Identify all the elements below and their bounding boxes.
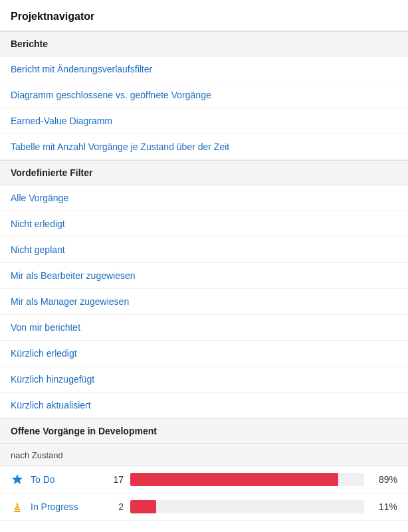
- nav-link-kuerzlich-aktualisiert[interactable]: Kürzlich aktualisiert: [0, 393, 408, 418]
- nav-link-mir-bearbeiter[interactable]: Mir als Bearbeiter zugewiesen: [0, 263, 408, 289]
- nav-link-von-mir-berichtet[interactable]: Von mir berichtet: [0, 315, 408, 341]
- nav-link-earned-value[interactable]: Earned-Value Diagramm: [0, 108, 408, 134]
- nav-link-nicht-geplant[interactable]: Nicht geplant: [0, 237, 408, 263]
- todo-bar: [130, 473, 338, 486]
- nav-link-kuerzlich-erledigt[interactable]: Kürzlich erledigt: [0, 341, 408, 367]
- inprogress-count: 2: [104, 501, 124, 512]
- todo-count: 17: [104, 474, 124, 485]
- nav-link-diagramm-geschlossen[interactable]: Diagramm geschlossene vs. geöffnete Vorg…: [0, 82, 408, 108]
- svg-rect-3: [16, 505, 19, 507]
- berichte-nav: Bericht mit Änderungsverlaufsfilter Diag…: [0, 56, 408, 160]
- inprogress-percent: 11%: [371, 501, 397, 512]
- section-filter-header: Vordefinierte Filter: [0, 160, 408, 185]
- chart-row-todo: To Do 17 89%: [0, 466, 408, 493]
- nav-link-alle-vorgaenge[interactable]: Alle Vorgänge: [0, 185, 408, 211]
- svg-rect-2: [14, 511, 21, 512]
- inprogress-bar: [130, 500, 156, 513]
- nav-link-bericht-aenderung[interactable]: Bericht mit Änderungsverlaufsfilter: [0, 56, 408, 82]
- section-berichte-header: Berichte: [0, 31, 408, 56]
- nav-link-mir-manager[interactable]: Mir als Manager zugewiesen: [0, 289, 408, 315]
- todo-percent: 89%: [371, 474, 397, 485]
- page-header: Projektnavigator: [0, 0, 408, 31]
- inprogress-bar-container: [130, 500, 364, 513]
- svg-marker-0: [12, 474, 23, 484]
- inprogress-label[interactable]: In Progress: [31, 501, 97, 512]
- page-title: Projektnavigator: [11, 11, 94, 22]
- chart-section: To Do 17 89% In Progress 2 11%: [0, 466, 408, 521]
- chart-row-inprogress: In Progress 2 11%: [0, 493, 408, 521]
- todo-label[interactable]: To Do: [31, 474, 97, 485]
- chart-subtitle: nach Zustand: [0, 444, 408, 466]
- section-berichte-label: Berichte: [11, 39, 48, 49]
- section-filter-label: Vordefinierte Filter: [11, 167, 92, 178]
- svg-rect-4: [16, 508, 19, 509]
- nav-link-kuerzlich-hinzugefuegt[interactable]: Kürzlich hinzugefügt: [0, 367, 408, 393]
- filter-nav: Alle Vorgänge Nicht erledigt Nicht gepla…: [0, 185, 408, 418]
- nav-link-tabelle-zustand[interactable]: Tabelle mit Anzahl Vorgänge je Zustand ü…: [0, 134, 408, 160]
- section-offene-label: Offene Vorgänge in Development: [11, 426, 157, 436]
- inprogress-icon: [11, 500, 24, 513]
- nav-link-nicht-erledigt[interactable]: Nicht erledigt: [0, 211, 408, 237]
- todo-icon: [11, 473, 24, 486]
- todo-bar-container: [130, 473, 364, 486]
- section-offene-vorgaenge-header: Offene Vorgänge in Development: [0, 418, 408, 444]
